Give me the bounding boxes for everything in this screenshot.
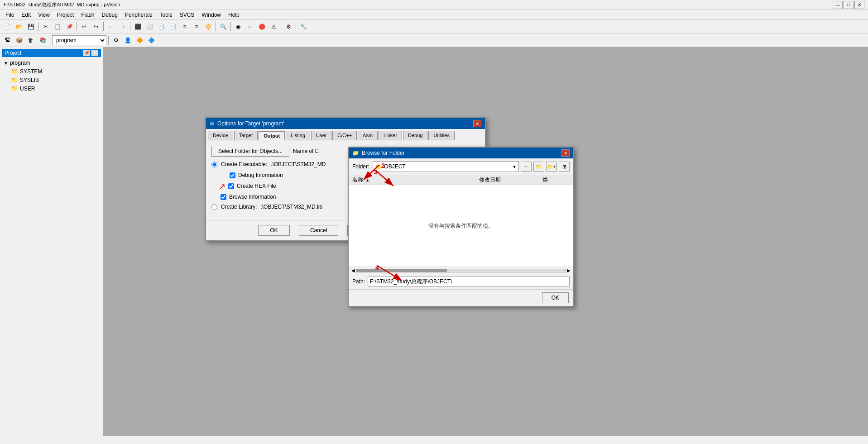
redo-btn[interactable]: ↪ — [91, 21, 101, 32]
tab-target[interactable]: Target — [234, 131, 258, 140]
close-button[interactable]: ✕ — [854, 1, 864, 9]
sidebar-pin-btn[interactable]: 📌 — [83, 50, 90, 56]
sidebar-close-btn[interactable]: ✕ — [91, 50, 98, 56]
browse-ok-btn[interactable]: OK — [542, 292, 569, 303]
clean-btn[interactable]: 🗑 — [25, 35, 36, 46]
batch-btn[interactable]: 📚 — [37, 35, 48, 46]
btn9[interactable]: ≡ — [179, 21, 190, 32]
minimize-button[interactable]: — — [833, 1, 843, 9]
cut-btn[interactable]: ✂ — [40, 21, 51, 32]
menu-tools[interactable]: Tools — [156, 11, 176, 19]
scroll-right-btn[interactable]: ▶ — [566, 268, 571, 273]
browse-close-btn[interactable]: ✕ — [561, 149, 570, 157]
btn8[interactable]: 📑 — [168, 21, 178, 32]
save-btn[interactable]: 💾 — [25, 21, 36, 32]
tree-item-label-program: program — [10, 60, 30, 66]
create-exe-radio[interactable] — [211, 162, 217, 167]
view-btn[interactable]: ⊞ — [559, 162, 570, 172]
browse-toolbar: Folder: 📁 OBJECT ▼ ← 📁 📁+ ⊞ — [349, 158, 573, 175]
menu-project[interactable]: Project — [53, 11, 77, 19]
tab-device[interactable]: Device — [208, 131, 233, 140]
maximize-button[interactable]: □ — [844, 1, 854, 9]
build-all-btn[interactable]: 📦 — [14, 35, 24, 46]
debug-info-checkbox[interactable] — [230, 172, 235, 178]
menu-edit[interactable]: Edit — [18, 11, 34, 19]
menu-peripherals[interactable]: Peripherals — [121, 11, 156, 19]
btn18[interactable]: 🔷 — [146, 35, 157, 46]
menu-debug[interactable]: Debug — [98, 11, 121, 19]
col-name-header: 名称 ▲ — [352, 176, 479, 184]
open-btn[interactable]: 📂 — [14, 21, 24, 32]
btn5[interactable]: ⬛ — [132, 21, 143, 32]
tab-cpp[interactable]: C/C++ — [332, 131, 357, 140]
browse-footer: OK — [349, 289, 573, 306]
settings-btn[interactable]: 🔧 — [298, 21, 309, 32]
create-hex-checkbox[interactable] — [228, 183, 234, 189]
target-select[interactable]: program — [52, 35, 106, 45]
menu-flash[interactable]: Flash — [77, 11, 98, 19]
tab-listing[interactable]: Listing — [286, 131, 310, 140]
tab-debug[interactable]: Debug — [403, 131, 427, 140]
create-lib-radio[interactable] — [211, 204, 217, 210]
undo-btn[interactable]: ↩ — [79, 21, 90, 32]
toolbar-2: 🏗 📦 🗑 📚 program ⚙ 👤 🔶 🔷 — [0, 33, 868, 47]
menu-file[interactable]: File — [2, 11, 18, 19]
scrollbar-track[interactable] — [356, 269, 566, 272]
ok-btn[interactable]: OK — [258, 225, 290, 236]
new-folder-btn[interactable]: 📁+ — [546, 162, 557, 172]
tree-item-program[interactable]: ▼ program — [2, 59, 101, 67]
debug-info-label: Debug Information — [238, 172, 283, 178]
search-btn[interactable]: 🔍 — [218, 21, 229, 32]
nav-back-btn[interactable]: ← — [106, 21, 116, 32]
menu-window[interactable]: Window — [198, 11, 225, 19]
scroll-left-btn[interactable]: ◀ — [350, 268, 356, 273]
btn15[interactable]: ⚠ — [268, 21, 279, 32]
btn7[interactable]: 📑 — [156, 21, 167, 32]
new-file-btn[interactable]: 📄 — [2, 21, 13, 32]
folder-select[interactable]: 📁 OBJECT ▼ — [373, 161, 519, 172]
tree-label-user: USER — [20, 86, 35, 92]
target-options-btn[interactable]: ⚙ — [283, 21, 294, 32]
tab-output[interactable]: Output — [259, 131, 285, 140]
empty-message: 没有与搜索条件匹配的项。 — [428, 222, 494, 230]
build-btn[interactable]: 🏗 — [2, 35, 13, 46]
browse-dialog-icon: 📁 — [352, 150, 359, 156]
btn12[interactable]: ◉ — [233, 21, 244, 32]
options-close-btn[interactable]: ✕ — [473, 120, 481, 127]
btn11[interactable]: 🔆 — [203, 21, 214, 32]
menu-help[interactable]: Help — [225, 11, 243, 19]
tree-item-syslib[interactable]: 📁 SYSLIB — [2, 76, 101, 84]
tree-item-user[interactable]: 📁 USER — [2, 84, 101, 93]
menu-svcs[interactable]: SVCS — [176, 11, 198, 19]
browse-dialog: 📁 Browse for Folder ✕ Folder: 📁 OBJECT ▼… — [348, 147, 574, 307]
browse-path-row: Path: — [349, 274, 573, 289]
title-text: F:\STM32_study\总程序\STM32_MD.uvproj - µVi… — [4, 1, 833, 8]
nav-up-btn[interactable]: ← — [521, 162, 532, 172]
tab-asm[interactable]: Asm — [358, 131, 378, 140]
btn6[interactable]: ⬜ — [144, 21, 155, 32]
browse-scrollbar[interactable]: ◀ ▶ — [349, 267, 573, 274]
btn13[interactable]: ○ — [245, 21, 255, 32]
btn17[interactable]: 🔶 — [134, 35, 145, 46]
path-input[interactable] — [368, 277, 570, 286]
tree-item-system[interactable]: 📁 SYSTEM — [2, 67, 101, 76]
scrollbar-thumb[interactable] — [356, 269, 447, 272]
debug-settings-btn[interactable]: ⚙ — [110, 35, 121, 46]
copy-btn[interactable]: 📋 — [52, 21, 63, 32]
paste-btn[interactable]: 📌 — [64, 21, 75, 32]
options-tabs: Device Target Output Listing User C/C++ … — [206, 129, 485, 140]
tab-linker[interactable]: Linker — [379, 131, 402, 140]
btn10[interactable]: ≡ — [191, 21, 202, 32]
new-folder-parent-btn[interactable]: 📁 — [533, 162, 544, 172]
nav-fwd-btn[interactable]: → — [117, 21, 128, 32]
select-folder-button[interactable]: Select Folder for Objects... — [211, 146, 289, 157]
sep3 — [103, 22, 104, 31]
tree-label-system: SYSTEM — [20, 68, 42, 75]
browse-info-checkbox[interactable] — [221, 194, 226, 200]
tab-utilities[interactable]: Utilities — [428, 131, 454, 140]
tab-user[interactable]: User — [311, 131, 331, 140]
btn14[interactable]: 🔴 — [256, 21, 267, 32]
cancel-btn[interactable]: Cancel — [299, 225, 338, 236]
menu-view[interactable]: View — [34, 11, 53, 19]
btn16[interactable]: 👤 — [122, 35, 133, 46]
